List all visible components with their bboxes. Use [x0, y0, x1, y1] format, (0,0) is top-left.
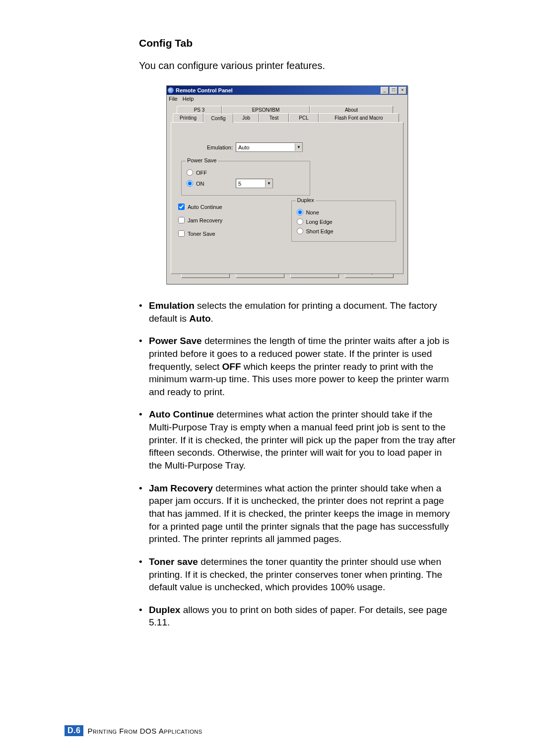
radio-label: Long Edge — [306, 219, 333, 225]
window-title: Remote Control Panel — [176, 87, 233, 93]
checkbox-label: Toner Save — [188, 231, 215, 237]
power-save-off-radio[interactable]: OFF — [187, 169, 305, 176]
term: Auto — [189, 313, 210, 324]
text: . — [211, 313, 213, 324]
duplex-group: Duplex None Long Edge Short Edge — [291, 201, 397, 242]
chevron-down-icon: ▼ — [295, 143, 302, 151]
power-save-minutes-combo[interactable]: 5 ▼ — [236, 179, 273, 188]
app-icon — [168, 87, 174, 93]
term: Power Save — [149, 336, 202, 346]
intro-paragraph: You can configure various printer featur… — [139, 60, 457, 71]
document-page: Config Tab You can configure various pri… — [0, 0, 536, 756]
checkbox-label: Jam Recovery — [188, 217, 222, 223]
tab-job[interactable]: Job — [233, 113, 259, 122]
text: allows you to print on both sides of pap… — [149, 605, 447, 628]
tab-panel-config: Emulation: Auto ▼ Power Save OFF ON — [171, 122, 403, 274]
power-save-on-radio[interactable]: ON 5 ▼ — [187, 179, 305, 188]
minimize-button[interactable]: _ — [381, 87, 389, 94]
window-client-area: PS 3EPSON/IBMAbout PrintingConfigJobTest… — [167, 103, 407, 284]
list-item: Duplex allows you to print on both sides… — [139, 604, 457, 629]
power-save-legend: Power Save — [186, 157, 218, 163]
emulation-combo[interactable]: Auto ▼ — [236, 142, 303, 152]
page-number-badge: D.6 — [65, 725, 83, 736]
menu-file[interactable]: File — [169, 96, 178, 102]
feature-bullet-list: Emulation selects the emulation for prin… — [139, 299, 457, 629]
list-item: Auto Continue determines what action the… — [139, 408, 457, 472]
emulation-value: Auto — [236, 144, 295, 150]
page-footer: D.6 Printing From DOS Applications — [65, 725, 202, 736]
footer-text: Printing From DOS Applications — [87, 727, 202, 735]
term: Auto Continue — [149, 409, 214, 419]
window-titlebar: Remote Control Panel _ □ × — [167, 86, 407, 95]
badge-letter: D. — [67, 726, 76, 735]
tab-pcl[interactable]: PCL — [289, 113, 319, 122]
tab-test[interactable]: Test — [259, 113, 289, 122]
tab-printing[interactable]: Printing — [173, 113, 203, 122]
term: OFF — [222, 361, 241, 372]
power-save-value: 5 — [236, 181, 265, 187]
list-item: Emulation selects the emulation for prin… — [139, 299, 457, 325]
radio-label: None — [306, 209, 319, 215]
badge-number: 6 — [76, 726, 80, 735]
duplex-legend: Duplex — [296, 197, 316, 203]
menu-bar: File Help — [167, 95, 407, 103]
duplex-long-radio[interactable]: Long Edge — [297, 218, 391, 225]
term: Duplex — [149, 605, 180, 615]
term: Emulation — [149, 300, 195, 311]
toner-save-checkbox[interactable]: Toner Save — [178, 230, 283, 237]
duplex-short-radio[interactable]: Short Edge — [297, 228, 391, 234]
list-item: Toner save determines the toner quantity… — [139, 555, 457, 594]
emulation-label: Emulation: — [198, 144, 233, 150]
power-save-group: Power Save OFF ON 5 ▼ — [181, 161, 310, 196]
duplex-none-radio[interactable]: None — [297, 209, 391, 215]
radio-label: OFF — [196, 170, 207, 176]
list-item: Power Save determines the length of time… — [139, 335, 457, 398]
radio-label: Short Edge — [306, 228, 334, 234]
auto-continue-checkbox[interactable]: Auto Continue — [178, 204, 283, 210]
term: Jam Recovery — [149, 483, 213, 493]
content-column: Config Tab You can configure various pri… — [139, 37, 457, 629]
tab-flash-font-and-macro[interactable]: Flash Font and Macro — [319, 113, 399, 122]
checkbox-label: Auto Continue — [188, 204, 222, 210]
tab-config[interactable]: Config — [203, 114, 233, 123]
chevron-down-icon: ▼ — [265, 180, 272, 187]
tab-strip: PS 3EPSON/IBMAbout PrintingConfigJobTest… — [171, 106, 403, 122]
close-button[interactable]: × — [399, 87, 406, 94]
menu-help[interactable]: Help — [183, 96, 194, 102]
list-item: Jam Recovery determines what action the … — [139, 482, 457, 546]
radio-label: ON — [196, 181, 216, 187]
checkbox-column: Auto Continue Jam Recovery Toner Save — [178, 201, 283, 247]
jam-recovery-checkbox[interactable]: Jam Recovery — [178, 217, 283, 223]
remote-control-panel-window: Remote Control Panel _ □ × File Help PS … — [166, 85, 408, 284]
maximize-button[interactable]: □ — [390, 87, 398, 94]
term: Toner save — [149, 556, 198, 567]
section-heading: Config Tab — [139, 37, 457, 49]
